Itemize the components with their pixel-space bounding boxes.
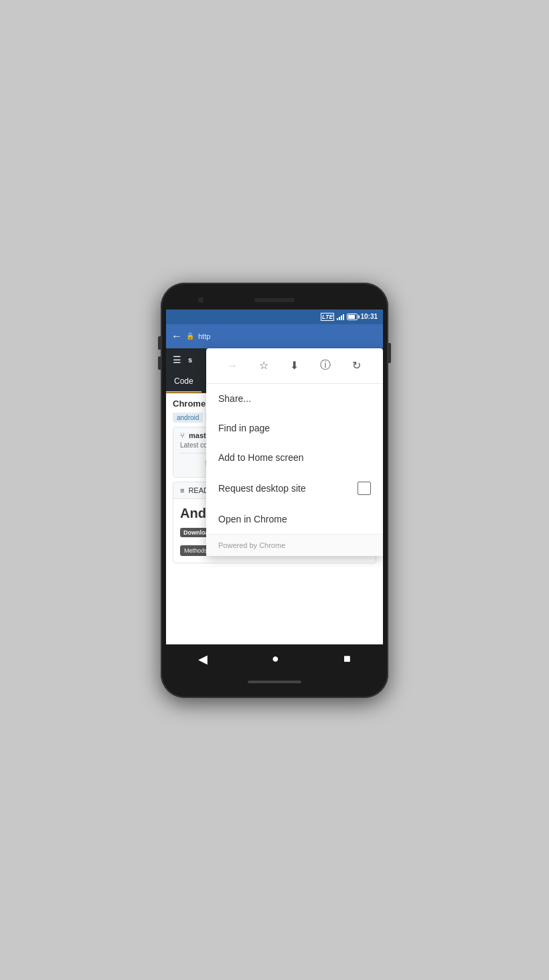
nav-bar: ◀ ● ■ — [166, 644, 383, 674]
chrome-menu: → ☆ ⬇ ⓘ ↻ Share... Find in page — [206, 348, 383, 556]
menu-footer: Powered by Chrome — [206, 534, 383, 556]
refresh-button[interactable]: ↻ — [346, 355, 368, 376]
readme-icon: ≡ — [180, 486, 184, 494]
lock-icon: 🔒 — [186, 332, 194, 340]
signal-bar-3 — [341, 316, 342, 320]
signal-bar-2 — [339, 317, 340, 320]
download-button[interactable]: ⬇ — [284, 355, 305, 376]
back-nav-button[interactable]: ◀ — [198, 652, 208, 667]
forward-button[interactable]: → — [222, 355, 243, 376]
home-nav-button[interactable]: ● — [272, 652, 279, 666]
url-bar: ← 🔒 http — [166, 324, 383, 348]
power-button[interactable] — [388, 343, 391, 363]
home-indicator-bar — [248, 681, 301, 683]
forward-icon: → — [227, 360, 238, 372]
tab-code[interactable]: Code — [166, 371, 202, 393]
phone-screen: LTE 10:31 ← 🔒 http ☰ s Code — [166, 309, 383, 644]
phone-bottom-bar — [248, 674, 301, 690]
menu-item-open-chrome-label: Open in Chrome — [218, 514, 287, 524]
phone-top-bar — [166, 291, 383, 309]
menu-toolbar: → ☆ ⬇ ⓘ ↻ — [206, 348, 383, 384]
signal-bars — [337, 313, 344, 320]
signal-bar-4 — [343, 314, 344, 320]
volume-up-button[interactable] — [158, 336, 161, 350]
status-bar: LTE 10:31 — [166, 309, 383, 324]
bookmark-icon: ☆ — [259, 359, 268, 372]
tag-android[interactable]: android — [173, 413, 203, 423]
recents-nav-icon: ■ — [343, 652, 351, 666]
info-icon: ⓘ — [320, 358, 331, 372]
refresh-icon: ↻ — [352, 359, 361, 372]
powered-by-text: Powered by Chrome — [218, 541, 285, 549]
battery-fill — [348, 315, 355, 319]
front-camera — [198, 297, 204, 303]
clock-time: 10:31 — [360, 313, 378, 320]
desktop-checkbox[interactable] — [358, 482, 371, 495]
recents-nav-button[interactable]: ■ — [343, 652, 351, 666]
browser-back-button[interactable]: ← — [171, 330, 182, 342]
menu-item-open-chrome[interactable]: Open in Chrome — [206, 504, 383, 534]
signal-bar-1 — [337, 318, 338, 320]
speaker-grille — [254, 298, 295, 302]
branch-icon: ⑂ — [180, 431, 185, 439]
menu-item-desktop[interactable]: Request desktop site — [206, 472, 383, 504]
menu-item-find[interactable]: Find in page — [206, 413, 383, 443]
download-icon: ⬇ — [290, 359, 299, 372]
bookmark-button[interactable]: ☆ — [253, 355, 274, 376]
lte-icon: LTE — [321, 313, 334, 321]
menu-item-share[interactable]: Share... — [206, 384, 383, 413]
github-logo: s — [188, 356, 192, 364]
phone-device: LTE 10:31 ← 🔒 http ☰ s Code — [161, 283, 388, 698]
menu-item-find-label: Find in page — [218, 423, 270, 433]
home-nav-icon: ● — [272, 652, 279, 666]
info-button[interactable]: ⓘ — [315, 355, 336, 376]
menu-item-desktop-label: Request desktop site — [218, 483, 306, 494]
menu-item-add-home-label: Add to Home screen — [218, 452, 304, 463]
back-nav-icon: ◀ — [198, 652, 208, 667]
hamburger-menu-icon[interactable]: ☰ — [173, 354, 181, 365]
battery-icon — [347, 313, 358, 320]
menu-item-share-label: Share... — [218, 393, 251, 404]
volume-down-button[interactable] — [158, 356, 161, 370]
url-text[interactable]: http — [198, 332, 210, 340]
menu-item-add-home[interactable]: Add to Home screen — [206, 443, 383, 472]
